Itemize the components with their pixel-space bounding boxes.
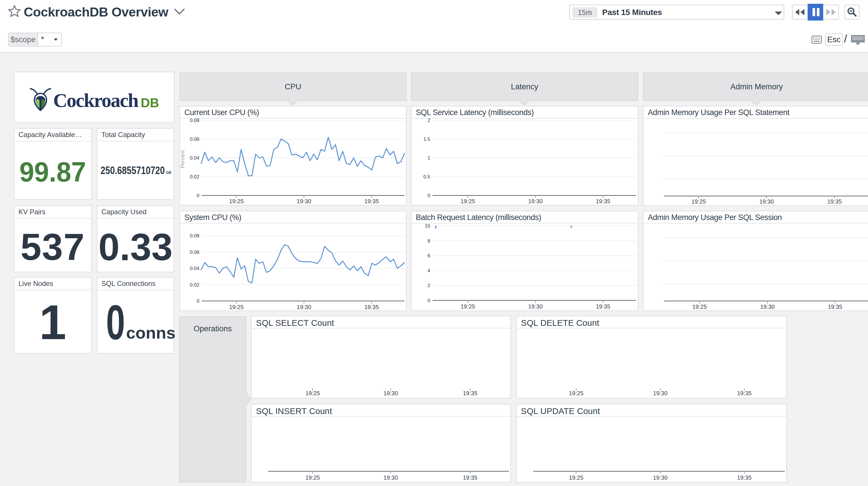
svg-text:Percent: Percent — [180, 150, 186, 168]
svg-text:19:35: 19:35 — [463, 475, 477, 481]
svg-text:19:35: 19:35 — [596, 303, 610, 310]
svg-text:19:30: 19:30 — [528, 198, 542, 204]
svg-text:0: 0 — [197, 193, 199, 198]
svg-text:19:25: 19:25 — [569, 475, 583, 481]
svg-text:2: 2 — [428, 118, 430, 123]
svg-text:19:35: 19:35 — [827, 198, 842, 205]
svg-text:4: 4 — [428, 268, 430, 274]
svg-text:0.04: 0.04 — [190, 266, 199, 271]
svg-text:19:30: 19:30 — [528, 303, 542, 310]
svg-text:0.04: 0.04 — [190, 155, 199, 161]
svg-text:19:30: 19:30 — [383, 475, 398, 481]
svg-text:19:25: 19:25 — [305, 475, 320, 481]
svg-text:19:25: 19:25 — [461, 303, 475, 310]
svg-text:0.02: 0.02 — [190, 282, 199, 288]
svg-text:19:30: 19:30 — [760, 304, 775, 310]
svg-text:0.08: 0.08 — [190, 118, 199, 123]
svg-text:1.5: 1.5 — [423, 137, 430, 142]
svg-text:19:30: 19:30 — [653, 390, 668, 396]
svg-text:0: 0 — [197, 298, 199, 304]
svg-text:19:25: 19:25 — [229, 304, 244, 310]
svg-text:0.06: 0.06 — [190, 137, 199, 142]
svg-text:19:25: 19:25 — [569, 390, 583, 396]
svg-text:19:25: 19:25 — [229, 198, 244, 204]
svg-text:0.02: 0.02 — [190, 174, 199, 179]
svg-text:6: 6 — [428, 253, 430, 258]
svg-text:1: 1 — [428, 155, 430, 161]
svg-text:19:30: 19:30 — [297, 304, 311, 310]
svg-text:10: 10 — [425, 223, 430, 229]
svg-text:0: 0 — [428, 298, 430, 303]
svg-text:8: 8 — [428, 238, 430, 244]
svg-text:0.08: 0.08 — [190, 233, 199, 238]
svg-text:0.06: 0.06 — [190, 250, 199, 255]
svg-text:19:30: 19:30 — [297, 198, 311, 204]
svg-text:19:35: 19:35 — [737, 475, 751, 481]
svg-text:19:25: 19:25 — [692, 304, 707, 310]
svg-text:19:35: 19:35 — [737, 390, 751, 396]
svg-text:19:35: 19:35 — [463, 390, 477, 396]
svg-text:19:30: 19:30 — [653, 475, 668, 481]
svg-text:19:35: 19:35 — [596, 198, 610, 204]
svg-text:19:30: 19:30 — [383, 390, 398, 396]
svg-text:19:35: 19:35 — [364, 304, 379, 310]
svg-text:19:25: 19:25 — [461, 198, 475, 204]
svg-text:19:35: 19:35 — [828, 304, 842, 310]
svg-text:19:25: 19:25 — [691, 198, 706, 205]
svg-text:19:25: 19:25 — [305, 390, 320, 396]
svg-text:19:30: 19:30 — [760, 198, 774, 205]
svg-text:0.5: 0.5 — [423, 174, 430, 179]
svg-text:2: 2 — [428, 283, 430, 288]
svg-text:19:35: 19:35 — [364, 198, 379, 204]
svg-text:0: 0 — [428, 193, 430, 198]
